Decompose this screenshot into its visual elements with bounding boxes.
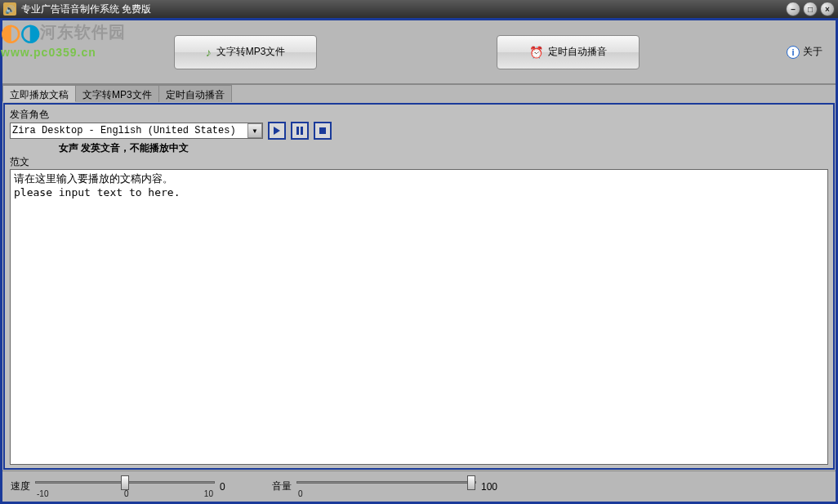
- volume-slider[interactable]: [296, 475, 476, 489]
- titlebar: 🔊 专业广告语音制作系统 免费版 – □ ×: [0, 0, 838, 18]
- pause-button[interactable]: [291, 122, 309, 140]
- volume-value: 100: [481, 481, 501, 493]
- about-label: 关于: [803, 45, 822, 59]
- speed-label: 速度: [11, 479, 30, 493]
- speed-slider-group: 速度 -10 0 10 0: [11, 475, 239, 498]
- tab-timer-play[interactable]: 定时自动播音: [158, 85, 232, 102]
- toolbar: ♪ 文字转MP3文件 ⏰ 定时自动播音 i 关于: [2, 20, 836, 84]
- text-to-mp3-button[interactable]: ♪ 文字转MP3文件: [174, 35, 317, 69]
- stop-button[interactable]: [314, 122, 332, 140]
- maximize-button[interactable]: □: [803, 2, 818, 16]
- sample-text-label: 范文: [10, 155, 828, 169]
- voice-select-wrap: ▼: [10, 123, 263, 139]
- alarm-clock-icon: ⏰: [529, 46, 543, 59]
- speed-mid-tick: 0: [124, 489, 129, 498]
- speed-min-tick: -10: [37, 489, 48, 498]
- app-icon: 🔊: [3, 2, 16, 16]
- window-controls: – □ ×: [786, 2, 835, 16]
- content-textarea[interactable]: [10, 169, 828, 465]
- app-window: 🔊 专业广告语音制作系统 免费版 – □ × ◐◑ 河东软件园 www.pc03…: [0, 0, 838, 504]
- tabbar: 立即播放文稿 文字转MP3文件 定时自动播音: [2, 84, 836, 102]
- client-area: ◐◑ 河东软件园 www.pc0359.cn ♪ 文字转MP3文件 ⏰ 定时自动…: [0, 18, 838, 504]
- speed-value: 0: [220, 481, 239, 493]
- svg-rect-2: [301, 127, 303, 135]
- voice-select[interactable]: [10, 123, 263, 139]
- window-title: 专业广告语音制作系统 免费版: [21, 2, 786, 16]
- svg-rect-1: [296, 127, 299, 135]
- about-link[interactable]: i 关于: [787, 45, 822, 59]
- tab-text-to-mp3[interactable]: 文字转MP3文件: [75, 85, 159, 102]
- bottom-bar: 速度 -10 0 10 0 音量 0: [2, 471, 836, 502]
- voice-role-label: 发音角色: [10, 108, 828, 122]
- svg-marker-0: [274, 127, 280, 135]
- close-button[interactable]: ×: [820, 2, 835, 16]
- play-button[interactable]: [268, 122, 286, 140]
- timer-play-button[interactable]: ⏰ 定时自动播音: [497, 35, 640, 69]
- text-to-mp3-label: 文字转MP3文件: [216, 45, 286, 59]
- minimize-button[interactable]: –: [786, 2, 800, 16]
- tab-content: 发音角色 ▼ 女声 发英文音，不能播放中文 范文: [3, 103, 835, 470]
- timer-play-label: 定时自动播音: [548, 45, 607, 59]
- info-icon: i: [787, 46, 800, 59]
- speed-max-tick: 10: [204, 489, 213, 498]
- volume-label: 音量: [272, 479, 292, 493]
- volume-min-tick: 0: [298, 489, 303, 498]
- voice-description: 女声 发英文音，不能播放中文: [59, 141, 828, 155]
- volume-slider-group: 音量 0 100: [272, 475, 501, 498]
- speed-slider[interactable]: [35, 475, 215, 489]
- svg-rect-3: [319, 127, 326, 134]
- tab-play-now[interactable]: 立即播放文稿: [2, 85, 76, 102]
- music-note-icon: ♪: [206, 46, 212, 59]
